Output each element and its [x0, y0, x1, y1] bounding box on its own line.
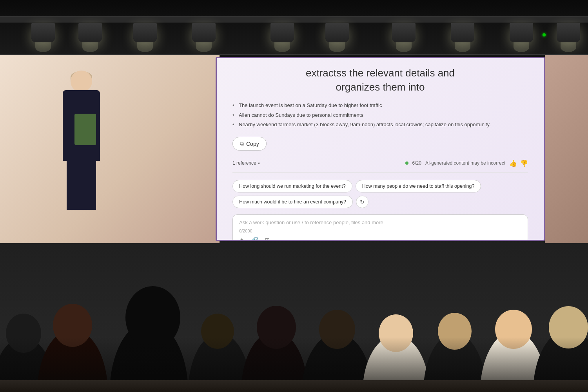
ai-status-row: 6/20 AI-generated content may be incorre…: [405, 159, 528, 167]
thumbs-down-icon[interactable]: 👎: [520, 159, 528, 167]
stage-light-9: [510, 23, 533, 42]
thumbs-up-icon[interactable]: 👍: [509, 159, 517, 167]
reference-label: 1 reference: [232, 160, 256, 166]
refresh-icon: ↻: [360, 199, 365, 205]
green-indicator-light: [543, 33, 546, 36]
audience-area: [0, 227, 588, 392]
copy-icon: ⧉: [240, 140, 244, 147]
bullet-item-3: Nearby weekend farmers market (3 blocks …: [232, 121, 528, 129]
bullet-list: The launch event is best on a Saturday d…: [232, 102, 528, 131]
presenter-shirt: [74, 114, 96, 145]
feedback-icons: 👍 👎: [509, 159, 528, 167]
stage-light-3: [133, 23, 157, 42]
input-placeholder: Ask a work question or use / to referenc…: [239, 220, 521, 225]
copy-button[interactable]: ⧉ Copy: [232, 137, 267, 151]
ceiling: [0, 0, 588, 55]
presenter-figure: [59, 71, 106, 220]
refresh-suggestions-button[interactable]: ↻: [356, 196, 368, 208]
presenter-body: [63, 90, 100, 161]
bullet-item-2: Allen cannot do Sundays due to personal …: [232, 111, 528, 120]
stage-light-10: [557, 23, 580, 42]
stage-right-backdrop: [545, 55, 588, 243]
floor: [0, 380, 588, 392]
stage-light-6: [325, 23, 349, 42]
stage-light-8: [451, 23, 474, 42]
stage-light-2: [78, 23, 102, 42]
stage-light-5: [270, 23, 294, 42]
version-label: 6/20: [412, 160, 421, 166]
status-dot: [405, 162, 408, 165]
suggestion-chip-2[interactable]: How many people do we need to staff this…: [356, 180, 481, 192]
stage-light-7: [392, 23, 416, 42]
screen-content: extractss the relevant details and organ…: [217, 58, 544, 240]
stage-left-backdrop: [0, 55, 220, 243]
screen-title: extractss the relevant details and organ…: [232, 66, 528, 94]
chevron-down-icon: ▾: [258, 161, 260, 165]
audience-silhouettes: [0, 227, 588, 392]
suggestion-chips: How long should we run marketing for the…: [232, 180, 528, 208]
suggestion-chip-3[interactable]: How much would it be to hire an event co…: [232, 196, 353, 208]
reference-link[interactable]: 1 reference ▾: [232, 160, 260, 166]
stage-light-1: [31, 23, 55, 42]
reference-row: 1 reference ▾ 6/20 AI-generated content …: [232, 159, 528, 173]
bullet-item-1: The launch event is best on a Saturday d…: [232, 102, 528, 110]
stage-light-4: [192, 23, 216, 42]
presenter-legs: [67, 159, 96, 210]
presenter-head: [71, 71, 92, 92]
projection-screen: extractss the relevant details and organ…: [216, 57, 545, 241]
rigging-bar: [0, 16, 588, 23]
ai-disclaimer: AI-generated content may be incorrect: [425, 160, 505, 166]
suggestion-chip-1[interactable]: How long should we run marketing for the…: [232, 180, 352, 192]
